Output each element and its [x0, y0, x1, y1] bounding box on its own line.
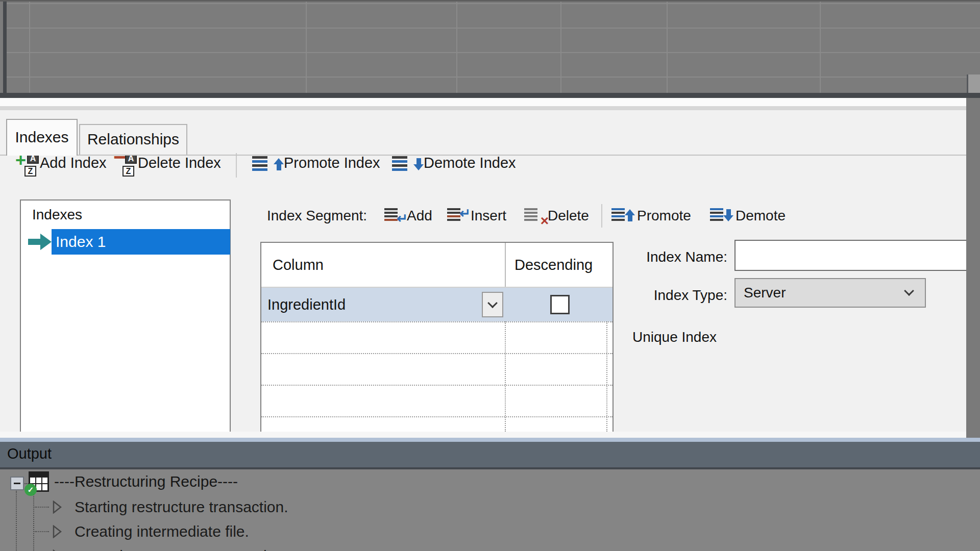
grid-line: [456, 0, 457, 94]
grid-row-divider: [261, 385, 612, 386]
grid-row-divider: [261, 321, 612, 322]
segment-promote-icon: [611, 208, 627, 222]
descending-checkbox[interactable]: [550, 295, 570, 314]
grid-column-divider: [505, 243, 506, 287]
segment-insert-icon: ↵: [447, 208, 462, 222]
log-bullet-triangle-icon: [52, 500, 62, 514]
grid-line: [7, 77, 980, 78]
grid-row-divider: [261, 353, 612, 354]
grid-line: [7, 28, 980, 29]
grid-column-divider-dotted: [606, 321, 607, 432]
output-log-text: Commit restructure transaction.: [75, 546, 288, 551]
demote-index-icon: [392, 156, 416, 173]
promote-index-button[interactable]: Promote Index: [284, 153, 380, 172]
index-type-combobox[interactable]: Server: [734, 278, 926, 308]
tree-line: [35, 507, 49, 508]
grid-line: [7, 52, 980, 53]
add-index-icon: + A Z: [15, 153, 39, 179]
output-log-text: Creating intermediate file.: [75, 521, 249, 542]
promote-index-icon: [252, 156, 277, 173]
grid-left-border: [3, 0, 7, 94]
tree-line: [35, 531, 49, 532]
grid-line: [306, 0, 307, 94]
grid-row-divider: [261, 416, 612, 417]
index-name-input[interactable]: [734, 240, 967, 271]
current-index-arrow-icon: [28, 233, 52, 251]
segment-add-button[interactable]: Add: [407, 206, 432, 226]
segment-insert-button[interactable]: Insert: [471, 206, 506, 226]
output-root-text: ----Restructuring Recipe----: [54, 471, 238, 492]
output-title: Output: [7, 445, 52, 462]
delete-index-icon: − A Z: [113, 153, 137, 179]
right-panel-edge: [966, 98, 980, 438]
demote-index-button[interactable]: Demote Index: [424, 153, 516, 172]
grid-line: [820, 0, 821, 94]
panel-bottom-highlight: [0, 432, 980, 438]
success-check-icon: ✓: [24, 484, 37, 496]
grid-line: [29, 0, 30, 94]
index-name-label: Index Name:: [587, 249, 727, 265]
segment-column-value: IngredientId: [267, 288, 346, 321]
output-log-item[interactable]: Commit restructure transaction.: [0, 546, 612, 551]
segment-demote-button[interactable]: Demote: [736, 206, 786, 226]
collapse-minus-icon[interactable]: [10, 477, 24, 490]
output-titlebar[interactable]: Output: [0, 442, 980, 467]
grid-line: [7, 3, 980, 4]
output-root-node[interactable]: ✓ ----Restructuring Recipe----: [0, 471, 612, 494]
tab-indexes[interactable]: Indexes: [6, 119, 78, 156]
toolbar-separator: [236, 153, 237, 178]
log-bullet-triangle-icon: [52, 525, 62, 538]
splitter-bar[interactable]: [0, 106, 980, 110]
segment-delete-icon: ×: [524, 208, 540, 222]
grid-line: [560, 0, 561, 94]
splitter-highlight: [0, 98, 980, 106]
tab-relationships[interactable]: Relationships: [79, 124, 187, 155]
grid-bottom-border: [0, 93, 980, 98]
grid-top-border: [0, 0, 980, 2]
segment-add-icon: ↵: [384, 208, 400, 222]
descending-header: Descending: [514, 243, 593, 287]
enter-arrow-glyph: ↵: [397, 211, 408, 227]
output-log-text: Starting restructure transaction.: [75, 497, 288, 517]
add-index-button[interactable]: Add Index: [40, 153, 107, 172]
output-log-item[interactable]: Creating intermediate file.: [0, 521, 612, 542]
letter-z-glyph: Z: [24, 166, 36, 177]
output-log-item[interactable]: Starting restructure transaction.: [0, 497, 612, 517]
column-dropdown-button[interactable]: [482, 292, 503, 317]
index-type-value: Server: [744, 279, 786, 307]
segment-promote-button[interactable]: Promote: [637, 206, 691, 226]
letter-z-glyph: Z: [122, 166, 134, 177]
output-splitter[interactable]: [0, 438, 980, 442]
enter-arrow-glyph: ↵: [459, 206, 471, 221]
table-data-grid[interactable]: [0, 0, 980, 98]
index-list-header: Indexes: [32, 207, 82, 223]
index-segment-grid[interactable]: Column Descending IngredientId: [260, 242, 614, 433]
index-list-item-selected[interactable]: Index 1: [52, 229, 230, 255]
segment-demote-icon: [710, 208, 725, 222]
unique-index-label: Unique Index: [632, 329, 717, 345]
scrollbar-corner: [967, 74, 980, 93]
delete-index-button[interactable]: Delete Index: [138, 153, 221, 172]
index-segment-label: Index Segment:: [267, 206, 367, 226]
grid-line: [667, 0, 668, 94]
column-header: Column: [273, 243, 324, 287]
app-window: Indexes Relationships + A Z Add Index − …: [0, 0, 980, 551]
chevron-down-icon: [904, 286, 914, 296]
grid-column-divider-dotted: [505, 321, 506, 432]
toolbar-separator: [601, 204, 602, 228]
segment-delete-button[interactable]: Delete: [548, 206, 589, 226]
chevron-down-icon: [487, 298, 498, 308]
index-list[interactable]: Indexes Index 1: [20, 199, 231, 433]
tab-strip-border: [0, 155, 966, 156]
output-log-tree[interactable]: ✓ ----Restructuring Recipe---- Starting …: [0, 469, 980, 551]
index-type-label: Index Type:: [587, 287, 727, 304]
